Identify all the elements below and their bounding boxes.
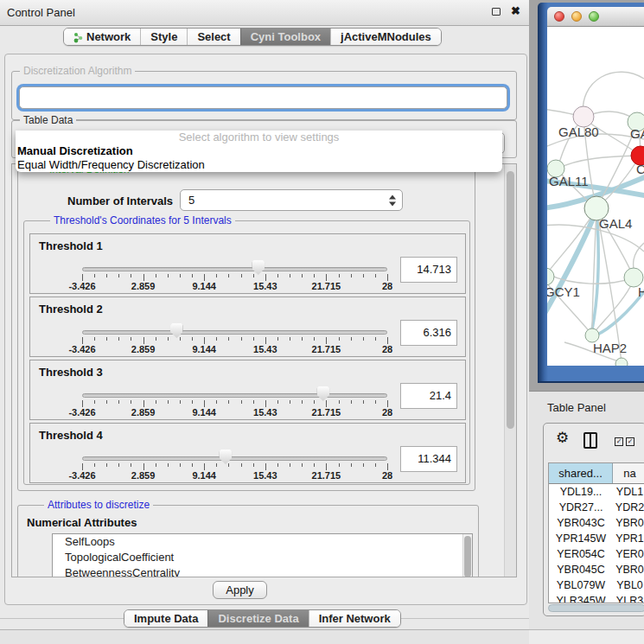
zoom-traffic-light[interactable] (589, 11, 599, 22)
network-node-label: HAP2 (593, 341, 627, 355)
threshold-2-value-field[interactable]: 6.316 (400, 320, 457, 346)
network-icon (73, 31, 83, 42)
network-node[interactable] (615, 358, 628, 366)
checked-box-icon[interactable]: ✓ (626, 437, 634, 446)
table-cell: YBR045C (549, 562, 613, 577)
table-cell: YDR2 (613, 500, 644, 515)
table-row[interactable]: YPR145WYPR1 (549, 531, 644, 546)
network-window-titlebar (547, 7, 644, 27)
network-node[interactable] (547, 268, 554, 285)
threshold-label: Threshold 3 (39, 366, 103, 379)
tab-label: Select (197, 29, 230, 45)
tab-label: Discretize Data (218, 610, 298, 627)
table-panel-window: ⚙ ✓ ✓ shared... na YDL19...YDL1YDR27...Y… (543, 423, 644, 616)
table-cell: YLR3 (613, 593, 644, 603)
combo-value: 5 (188, 194, 194, 207)
table-cell: YBR0 (613, 515, 644, 531)
network-node-label: GAL11 (549, 174, 589, 188)
table-row[interactable]: YBR045CYBR0 (549, 562, 644, 577)
list-item[interactable]: TopologicalCoefficient (53, 550, 472, 565)
scrollbar-thumb[interactable] (507, 171, 514, 429)
threshold-4-slider[interactable]: -3.4262.8599.14415.4321.71528 (82, 450, 387, 481)
network-node-label: H (638, 284, 644, 299)
table-cell: YER0 (613, 546, 644, 562)
list-items: SelfLoopsTopologicalCoefficientBetweenne… (53, 534, 472, 577)
threshold-label: Threshold 2 (39, 303, 103, 316)
list-scrollbar[interactable] (462, 534, 472, 577)
table-row[interactable]: YDL19...YDL1 (549, 484, 644, 500)
slider-thumb[interactable] (252, 260, 265, 275)
tab-style[interactable]: Style (140, 29, 187, 45)
numerical-attributes-list[interactable]: SelfLoopsTopologicalCoefficientBetweenne… (52, 533, 473, 577)
threshold-2-slider[interactable]: -3.4262.8599.14415.4321.71528 (82, 323, 387, 354)
apply-button[interactable]: Apply (213, 581, 267, 599)
threshold-3-slider[interactable]: -3.4262.8599.14415.4321.71528 (82, 386, 387, 418)
control-panel-titlebar: Control Panel ✖ (0, 0, 529, 26)
table-cell: YLR345W (549, 593, 613, 603)
network-node-label: GCY1 (547, 284, 580, 299)
dropdown-option-equal-width[interactable]: Equal Width/Frequency Discretization (16, 158, 502, 172)
list-item[interactable]: BetweennessCentrality (53, 565, 472, 577)
minimize-traffic-light[interactable] (571, 11, 582, 22)
num-intervals-label: Number of Intervals (67, 194, 173, 207)
threshold-1-panel: Threshold 1 -3.4262.8599.14415.4321.7152… (29, 233, 466, 294)
float-window-icon[interactable] (492, 8, 501, 16)
tab-label: Infer Network (319, 610, 391, 627)
slider-track[interactable] (82, 267, 387, 271)
network-canvas[interactable]: GAL80GACGAL11GAL4GCY1HHAP2 (547, 27, 644, 366)
slider-track[interactable] (82, 393, 387, 398)
threshold-1-slider[interactable]: -3.4262.8599.14415.4321.71528 (82, 260, 387, 291)
list-item[interactable]: SelfLoops (53, 534, 472, 550)
settings-gear-icon[interactable]: ⚙ (556, 430, 569, 447)
tab-jactivemnodules[interactable]: jActiveMNodules (330, 29, 441, 45)
tab-network[interactable]: Network (64, 29, 140, 45)
num-intervals-combo[interactable]: 5 (180, 189, 403, 211)
node-attribute-table: shared... na YDL19...YDL1YDR27...YDR2YBR… (548, 462, 644, 603)
panel-title: Control Panel (7, 6, 75, 19)
tab-label: Cyni Toolbox (251, 29, 321, 45)
thresholds-group: Threshold's Coordinates for 5 Intervals … (23, 220, 470, 485)
table-row[interactable]: YLR345WYLR3 (549, 593, 644, 603)
column-header-name[interactable]: na (613, 463, 644, 483)
table-header-row: shared... na (549, 463, 644, 484)
group-title: Attributes to discretize (44, 499, 153, 511)
tab-impute-data[interactable]: Impute Data (124, 610, 207, 627)
slider-track[interactable] (82, 330, 387, 335)
cyni-toolbox-pane: Discretization Algorithm Select algorith… (4, 54, 527, 605)
slider-thumb[interactable] (316, 386, 329, 401)
split-columns-icon[interactable] (583, 432, 597, 449)
table-row[interactable]: YER054CYER0 (549, 546, 644, 562)
scrollbar-thumb[interactable] (548, 604, 644, 612)
tab-select[interactable]: Select (187, 29, 239, 45)
slider-thumb[interactable] (170, 323, 183, 338)
network-graph[interactable]: GAL80GACGAL11GAL4GCY1HHAP2 (547, 27, 644, 366)
tab-discretize-data[interactable]: Discretize Data (207, 610, 308, 627)
threshold-3-value-field[interactable]: 21.4 (400, 383, 457, 409)
control-panel: Control Panel ✖ Network Style Select Cyn… (0, 0, 529, 644)
tab-cyni-toolbox[interactable]: Cyni Toolbox (240, 29, 330, 45)
network-node-label: GA (630, 126, 644, 141)
tab-infer-network[interactable]: Infer Network (309, 610, 400, 627)
slider-track[interactable] (82, 456, 387, 461)
table-row[interactable]: YBL079WYBL0 (549, 577, 644, 593)
dropdown-option-manual[interactable]: Manual Discretization (16, 144, 502, 158)
settings-scrollbar[interactable] (504, 164, 516, 577)
algorithm-combo[interactable] (19, 86, 507, 109)
table-row[interactable]: YBR043CYBR0 (549, 515, 644, 531)
threshold-1-value-field[interactable]: 14.713 (400, 257, 457, 283)
app-screen: Control Panel ✖ Network Style Select Cyn… (0, 0, 644, 644)
bottom-strip (0, 630, 529, 644)
table-cell: YDL1 (613, 484, 644, 500)
close-traffic-light[interactable] (554, 11, 564, 22)
table-cell: YBR043C (549, 515, 613, 531)
threshold-4-value-field[interactable]: 11.344 (400, 446, 457, 472)
scrollbar-thumb[interactable] (464, 536, 471, 577)
top-tab-bar: Network Style Select Cyni Toolbox jActiv… (63, 28, 442, 46)
group-title: Discretization Algorithm (20, 65, 135, 77)
close-icon[interactable]: ✖ (511, 4, 520, 17)
checked-box-icon[interactable]: ✓ (615, 437, 623, 446)
table-row[interactable]: YDR27...YDR2 (549, 500, 644, 515)
column-header-shared-name[interactable]: shared... (549, 463, 613, 483)
table-horizontal-scrollbar[interactable] (548, 604, 644, 613)
slider-thumb[interactable] (219, 450, 232, 464)
